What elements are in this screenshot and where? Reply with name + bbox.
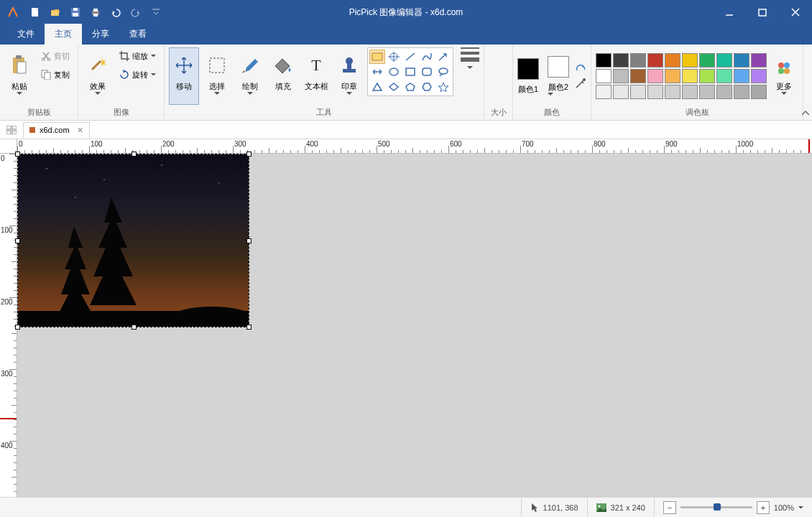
palette-swatch[interactable] <box>613 85 629 99</box>
palette-swatch[interactable] <box>751 69 767 83</box>
stamp-tool-button[interactable]: 印章 <box>334 47 364 105</box>
open-icon[interactable] <box>47 4 63 20</box>
new-icon[interactable] <box>27 4 43 20</box>
palette-swatch[interactable] <box>613 69 629 83</box>
shape-ellipse[interactable] <box>386 65 402 79</box>
qat-dropdown-icon[interactable] <box>148 4 164 20</box>
shape-diamond[interactable] <box>386 80 402 94</box>
fill-tool-button[interactable]: 填充 <box>268 47 298 105</box>
palette-swatch[interactable] <box>699 53 715 67</box>
color-palette[interactable] <box>596 53 767 99</box>
shape-roundrect[interactable] <box>419 65 435 79</box>
select-tool-button[interactable]: 选择 <box>202 47 232 105</box>
minimize-button[interactable] <box>713 0 746 24</box>
palette-swatch[interactable] <box>613 53 629 67</box>
close-button[interactable] <box>779 0 812 24</box>
copy-button[interactable]: 复制 <box>37 66 73 83</box>
palette-swatch[interactable] <box>665 53 680 67</box>
shape-rectangle[interactable] <box>369 50 385 64</box>
windows-grid-icon[interactable] <box>3 123 20 137</box>
svg-rect-21 <box>372 53 382 60</box>
effects-button[interactable]: 效果 <box>83 47 113 105</box>
group-label: 颜色 <box>517 105 586 120</box>
palette-swatch[interactable] <box>716 69 732 83</box>
canvas-image[interactable] <box>18 154 249 327</box>
zoom-button[interactable]: 缩放 <box>116 47 160 65</box>
shape-hexagon[interactable] <box>419 80 435 94</box>
palette-swatch[interactable] <box>734 69 749 83</box>
select-icon <box>208 52 226 78</box>
color1-swatch[interactable] <box>517 58 539 80</box>
paste-button[interactable]: 粘贴 <box>4 47 34 105</box>
palette-swatch[interactable] <box>682 53 698 67</box>
document-tab[interactable]: x6d.com ✕ <box>23 122 90 138</box>
palette-swatch[interactable] <box>682 69 698 83</box>
palette-swatch[interactable] <box>751 53 767 67</box>
palette-swatch[interactable] <box>682 85 698 99</box>
palette-swatch[interactable] <box>699 85 715 99</box>
shape-star[interactable] <box>435 80 451 94</box>
group-colors: 颜色1 颜色2 颜色 <box>513 45 591 120</box>
shape-curve[interactable] <box>419 50 435 64</box>
ribbon-tabs: 文件 主页 分享 查看 <box>0 24 812 45</box>
color2-swatch[interactable] <box>548 56 569 78</box>
palette-swatch[interactable] <box>647 85 663 99</box>
palette-swatch[interactable] <box>647 53 663 67</box>
zoom-out-button[interactable]: − <box>663 501 676 514</box>
palette-swatch[interactable] <box>734 85 749 99</box>
effects-icon <box>88 52 108 78</box>
text-tool-button[interactable]: T 文本框 <box>301 47 331 105</box>
close-tab-icon[interactable]: ✕ <box>77 126 83 135</box>
palette-swatch[interactable] <box>596 53 612 67</box>
shape-line[interactable] <box>402 50 418 64</box>
move-icon <box>175 52 193 78</box>
zoom-slider[interactable] <box>680 506 752 508</box>
chevron-down-icon[interactable] <box>798 506 803 509</box>
swap-colors-icon[interactable] <box>575 63 586 75</box>
move-tool-button[interactable]: 移动 <box>169 47 199 105</box>
shape-arrow[interactable] <box>435 50 451 64</box>
shape-triangle[interactable] <box>369 80 385 94</box>
palette-swatch[interactable] <box>751 85 767 99</box>
shape-callout[interactable] <box>435 65 451 79</box>
draw-tool-button[interactable]: 绘制 <box>235 47 265 105</box>
stroke-weight[interactable] <box>461 47 479 71</box>
shape-pentagon[interactable] <box>402 80 418 94</box>
canvas-viewport[interactable] <box>17 154 812 497</box>
rotate-button[interactable]: 旋转 <box>116 66 160 83</box>
svg-rect-5 <box>93 9 98 11</box>
shape-arrow-double[interactable] <box>369 65 385 79</box>
palette-swatch[interactable] <box>596 85 612 99</box>
quick-access-toolbar <box>27 4 164 20</box>
print-icon[interactable] <box>88 4 103 20</box>
save-icon[interactable] <box>68 4 83 20</box>
chevron-down-icon <box>17 92 22 96</box>
undo-icon[interactable] <box>108 4 124 20</box>
palette-swatch[interactable] <box>699 69 715 83</box>
palette-swatch[interactable] <box>716 53 732 67</box>
palette-swatch[interactable] <box>630 69 646 83</box>
svg-text:T: T <box>311 56 321 74</box>
palette-swatch[interactable] <box>647 69 663 83</box>
palette-swatch[interactable] <box>630 53 646 67</box>
shape-crosshair[interactable] <box>386 50 402 64</box>
palette-swatch[interactable] <box>665 69 680 83</box>
collapse-ribbon-icon[interactable] <box>802 110 809 117</box>
zoom-in-button[interactable]: + <box>757 501 770 514</box>
tab-share[interactable]: 分享 <box>82 24 119 45</box>
redo-icon[interactable] <box>128 4 144 20</box>
eyedropper-icon[interactable] <box>575 78 586 89</box>
more-colors-button[interactable]: 更多 <box>770 57 798 96</box>
tab-file[interactable]: 文件 <box>7 24 45 45</box>
palette-swatch[interactable] <box>716 85 732 99</box>
palette-swatch[interactable] <box>630 85 646 99</box>
cut-button[interactable]: 剪切 <box>37 47 73 65</box>
maximize-button[interactable] <box>746 0 779 24</box>
shapes-gallery[interactable] <box>367 47 453 96</box>
palette-swatch[interactable] <box>665 85 680 99</box>
palette-swatch[interactable] <box>596 69 612 83</box>
shape-rect-outline[interactable] <box>402 65 418 79</box>
tab-home[interactable]: 主页 <box>45 24 82 45</box>
palette-swatch[interactable] <box>734 53 749 67</box>
tab-view[interactable]: 查看 <box>119 24 157 45</box>
